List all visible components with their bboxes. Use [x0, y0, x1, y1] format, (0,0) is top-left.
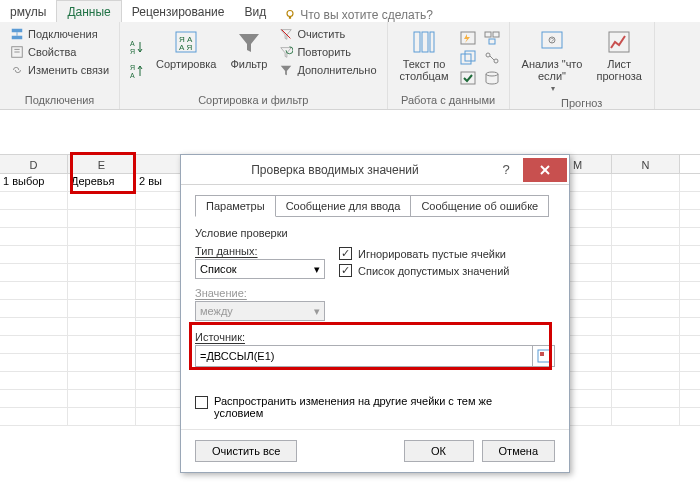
- cell-d1[interactable]: 1 выбор: [0, 174, 68, 191]
- btn-connections[interactable]: Подключения: [8, 26, 111, 42]
- ribbon: Подключения Свойства Изменить связи Подк…: [0, 22, 700, 110]
- svg-rect-21: [465, 51, 475, 61]
- svg-line-15: [282, 30, 291, 39]
- svg-text:?: ?: [550, 37, 554, 44]
- tab-input-message[interactable]: Сообщение для ввода: [275, 195, 412, 217]
- source-label: Источник:: [195, 331, 555, 343]
- btn-reapply[interactable]: Повторить: [277, 44, 378, 60]
- tab-error-alert[interactable]: Сообщение об ошибке: [410, 195, 549, 217]
- relationships-icon[interactable]: [483, 50, 501, 66]
- svg-rect-2: [12, 29, 23, 33]
- source-input[interactable]: [196, 350, 532, 362]
- btn-forecast[interactable]: Лист прогноза: [592, 26, 645, 95]
- checkbox-spread[interactable]: Распространить изменения на другие ячейк…: [195, 395, 555, 419]
- btn-advanced[interactable]: Дополнительно: [277, 62, 378, 78]
- tab-data[interactable]: Данные: [56, 0, 121, 22]
- svg-text:А Я: А Я: [179, 43, 193, 52]
- consolidate-icon[interactable]: [483, 30, 501, 46]
- btn-text-to-columns[interactable]: Текст по столбцам: [396, 26, 453, 92]
- svg-line-28: [490, 56, 494, 60]
- tell-me-text: Что вы хотите сделать?: [300, 8, 433, 22]
- group-connections: Подключения: [8, 92, 111, 109]
- type-combo[interactable]: Список▾: [195, 259, 325, 279]
- group-sort-filter: Сортировка и фильтр: [128, 92, 379, 109]
- data-validation-icon[interactable]: [459, 70, 477, 86]
- data-validation-dialog: Проверка вводимых значений ? Параметры С…: [180, 154, 570, 473]
- svg-text:А: А: [130, 72, 135, 79]
- tab-review[interactable]: Рецензирование: [122, 1, 235, 22]
- svg-text:Я: Я: [130, 48, 135, 55]
- svg-rect-23: [485, 32, 491, 37]
- sort-asc-icon[interactable]: АЯ: [128, 38, 146, 56]
- sort-desc-icon[interactable]: ЯА: [128, 62, 146, 80]
- close-icon: [539, 164, 551, 176]
- help-button[interactable]: ?: [489, 158, 523, 182]
- checkbox-in-cell-dropdown[interactable]: ✓Список допустимых значений: [339, 264, 509, 277]
- clear-all-button[interactable]: Очистить все: [195, 440, 297, 462]
- flash-fill-icon[interactable]: [459, 30, 477, 46]
- chevron-down-icon: ▾: [551, 84, 555, 93]
- svg-point-27: [494, 59, 498, 63]
- group-data-tools: Работа с данными: [396, 92, 501, 109]
- svg-text:А: А: [130, 40, 135, 47]
- svg-rect-17: [422, 32, 428, 52]
- ok-button[interactable]: ОК: [404, 440, 474, 462]
- svg-rect-25: [489, 39, 495, 44]
- svg-rect-20: [461, 54, 471, 64]
- close-button[interactable]: [523, 158, 567, 182]
- svg-point-26: [486, 53, 490, 57]
- svg-rect-3: [12, 36, 23, 40]
- cell-e1[interactable]: Деревья: [68, 174, 136, 191]
- value-label: Значение:: [195, 287, 555, 299]
- svg-rect-22: [461, 72, 475, 84]
- range-picker-button[interactable]: [532, 346, 554, 366]
- svg-rect-18: [430, 32, 434, 52]
- btn-clear[interactable]: Очистить: [277, 26, 378, 42]
- range-picker-icon: [537, 349, 551, 363]
- svg-point-29: [486, 72, 498, 76]
- bulb-icon: [284, 9, 296, 21]
- tell-me[interactable]: Что вы хотите сделать?: [276, 8, 441, 22]
- data-model-icon[interactable]: [483, 70, 501, 86]
- chevron-down-icon: ▾: [314, 305, 320, 318]
- tab-parameters[interactable]: Параметры: [195, 195, 276, 217]
- section-title: Условие проверки: [195, 227, 555, 239]
- dialog-title: Проверка вводимых значений: [181, 163, 489, 177]
- type-label: Тип данных:: [195, 245, 325, 257]
- btn-whatif[interactable]: ? Анализ "что если"▾: [518, 26, 587, 95]
- svg-rect-33: [609, 32, 629, 52]
- tab-view[interactable]: Вид: [234, 1, 276, 22]
- ribbon-tabs: рмулы Данные Рецензирование Вид Что вы х…: [0, 0, 700, 22]
- btn-sort[interactable]: Я АА Я Сортировка: [152, 26, 220, 92]
- btn-edit-links[interactable]: Изменить связи: [8, 62, 111, 78]
- checkbox-ignore-blank[interactable]: ✓Игнорировать пустые ячейки: [339, 247, 509, 260]
- btn-filter[interactable]: Фильтр: [226, 26, 271, 92]
- value-combo: между▾: [195, 301, 325, 321]
- svg-point-0: [287, 11, 293, 17]
- svg-rect-24: [493, 32, 499, 37]
- btn-properties[interactable]: Свойства: [8, 44, 111, 60]
- svg-rect-37: [540, 352, 544, 356]
- svg-rect-16: [414, 32, 420, 52]
- svg-rect-1: [289, 17, 291, 19]
- remove-dup-icon[interactable]: [459, 50, 477, 66]
- chevron-down-icon: ▾: [314, 263, 320, 276]
- cancel-button[interactable]: Отмена: [482, 440, 555, 462]
- svg-text:Я: Я: [130, 64, 135, 71]
- tab-formulas[interactable]: рмулы: [0, 1, 56, 22]
